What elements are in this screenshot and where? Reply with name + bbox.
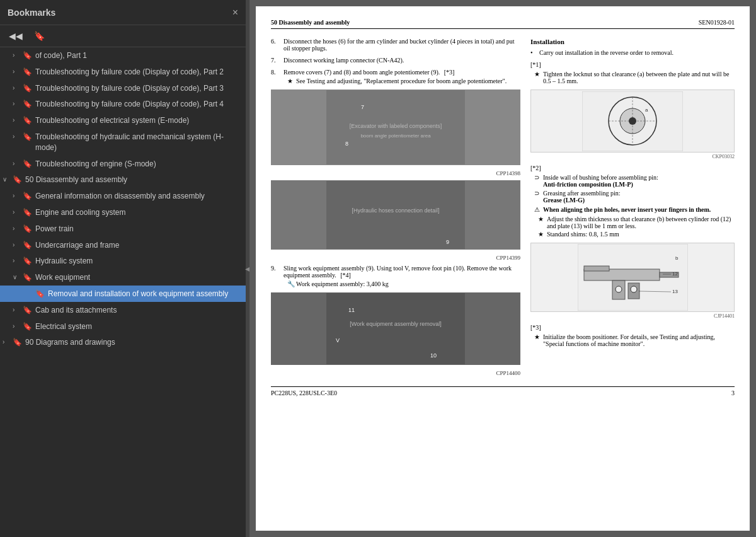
sidebar-toggle-50-disassembly[interactable]: ∨ (3, 174, 13, 184)
sidebar-item-undercarriage[interactable]: ›🔖Undercarriage and frame (0, 237, 246, 253)
sidebar-toggle-fail-code-1[interactable]: › (13, 50, 23, 60)
svg-text:boom angle potentiometer area: boom angle potentiometer area (360, 133, 431, 139)
sidebar-label-50-disassembly: 50 Disassembly and assembly (25, 174, 241, 185)
step-8-ref: [*3] (444, 69, 455, 76)
sidebar-toggle-trouble-engine[interactable]: › (13, 158, 23, 168)
hydraulic-image: [Hydraulic hoses connection detail] 9 (271, 180, 520, 250)
bookmark-icon-engine-cooling: 🔖 (23, 207, 33, 218)
sidebar-item-hydraulic-system[interactable]: ›🔖Hydraulic system (0, 253, 246, 269)
bookmark-icon-fail-code-display-3: 🔖 (23, 83, 33, 94)
content-columns: 6. Disconnect the hoses (6) for the arm … (271, 38, 735, 376)
bullet-icon: • (530, 49, 539, 56)
star-icon-8: ★ (287, 78, 296, 84)
toolbar-back-button[interactable]: ◀◀ (5, 29, 26, 43)
ref-3-text: Initialize the boom positioner. For deta… (543, 333, 735, 347)
bookmark-icon-50-disassembly: 🔖 (13, 174, 23, 185)
sidebar-toggle-engine-cooling[interactable]: › (13, 207, 23, 217)
image-cpp14400: [Work equipment assembly removal] 11 V 1… (271, 292, 520, 365)
sidebar-close-button[interactable]: × (232, 7, 238, 18)
diagram-cjp14401-svg: b 12 13 (578, 244, 688, 311)
img-caption-cpp14399: CPP14399 (271, 255, 520, 261)
sidebar-toggle-90-diagrams[interactable]: › (3, 337, 13, 347)
svg-text:7: 7 (361, 104, 364, 110)
document-page: 50 Disassembly and assembly SEN01928-01 … (256, 6, 750, 531)
installation-section: Installation • Carry out installation in… (530, 38, 735, 56)
sidebar-toggle-hydraulic-system[interactable]: › (13, 255, 23, 265)
ref-2-star-2: ★ Standard shims: 0.8, 1.5 mm (538, 231, 735, 238)
sidebar-item-general-info[interactable]: ›🔖General information on disassembly and… (0, 188, 246, 204)
sidebar-item-power-train[interactable]: ›🔖Power train (0, 221, 246, 237)
sidebar-toggle-fail-code-display-4[interactable]: › (13, 98, 23, 108)
sidebar-toggle-trouble-hydraulic[interactable]: › (13, 131, 23, 141)
sidebar-label-electrical-system: Electrical system (35, 321, 241, 332)
sidebar-toggle-undercarriage[interactable]: › (13, 240, 23, 250)
step-8-sub-text: See Testing and adjusting, "Replacement … (296, 78, 507, 84)
svg-text:[Excavator with labeled compon: [Excavator with labeled components] (350, 123, 442, 129)
image-cpp14398: [Excavator with labeled components] boom… (271, 90, 520, 165)
sidebar-toggle-removal-installation[interactable] (25, 288, 35, 289)
svg-text:[Work equipment assembly remov: [Work equipment assembly removal] (350, 321, 441, 327)
svg-text:[Hydraulic hoses connection de: [Hydraulic hoses connection detail] (352, 207, 439, 214)
sidebar-item-trouble-engine[interactable]: ›🔖Troubleshooting of engine (S-mode) (0, 156, 246, 172)
step-6-text: Disconnect the hoses (6) for the arm cyl… (284, 38, 515, 52)
step-7-content: Disconnect working lamp connector (CN-A4… (284, 57, 520, 64)
ref-2-star-text-2: Standard shims: 0.8, 1.5 mm (547, 231, 619, 238)
installation-bullet: • Carry out installation in the reverse … (530, 49, 735, 56)
ref-2-text-2: Greasing after assembling pin:Grease (LM… (543, 190, 620, 204)
sidebar-item-trouble-electrical[interactable]: ›🔖Troubleshooting of electrical system (… (0, 112, 246, 129)
sidebar-label-fail-code-display-2: Troubleshooting by failure code (Display… (35, 66, 241, 78)
diagram-cjp14401: b 12 13 (530, 243, 735, 312)
sidebar-toggle-power-train[interactable]: › (13, 223, 23, 233)
sidebar-item-trouble-hydraulic[interactable]: ›🔖Troubleshooting of hydraulic and mecha… (0, 129, 246, 156)
sidebar-label-work-equipment: Work equipment (35, 272, 241, 283)
sidebar-item-removal-installation[interactable]: 🔖Removal and installation of work equipm… (0, 286, 246, 302)
sidebar-label-undercarriage: Undercarriage and frame (35, 240, 241, 251)
sidebar-toggle-work-equipment[interactable]: ∨ (13, 272, 23, 282)
sidebar-label-power-train: Power train (35, 223, 241, 234)
excavator-image: [Excavator with labeled components] boom… (271, 90, 520, 165)
right-column: Installation • Carry out installation in… (530, 38, 735, 376)
sidebar-toggle-trouble-electrical[interactable]: › (13, 115, 23, 125)
left-column: 6. Disconnect the hoses (6) for the arm … (271, 38, 520, 376)
sidebar-toggle-cab[interactable]: › (13, 304, 23, 315)
sidebar-item-work-equipment[interactable]: ∨🔖Work equipment (0, 269, 246, 286)
work-equip-image: [Work equipment assembly removal] 11 V 1… (271, 292, 520, 365)
ref-1-text: Tighten the locknut so that clearance (a… (543, 71, 735, 84)
ref-2-star-text-1: Adjust the shim thickness so that cleara… (547, 216, 735, 229)
sidebar-label-fail-code-display-3: Troubleshooting by failure code (Display… (35, 83, 241, 94)
bookmark-icon-hydraulic-system: 🔖 (23, 255, 33, 267)
img-caption-cpp14400: CPP14400 (271, 370, 520, 376)
page-footer-model: PC228US, 228USLC-3E0 (271, 390, 337, 396)
page-footer-number: 3 (731, 390, 735, 396)
sidebar-toggle-general-info[interactable]: › (13, 190, 23, 200)
toolbar-bookmark-button[interactable]: 🔖 (30, 29, 49, 43)
sidebar-toggle-fail-code-display-3[interactable]: › (13, 83, 23, 93)
sidebar-label-fail-code-display-4: Troubleshooting by failure code (Display… (35, 98, 241, 110)
sidebar-item-electrical-system[interactable]: ›🔖Electrical system (0, 318, 246, 335)
installation-title: Installation (530, 38, 735, 45)
sidebar-item-engine-cooling[interactable]: ›🔖Engine and cooling system (0, 204, 246, 221)
bookmark-icon-trouble-hydraulic: 🔖 (23, 131, 33, 142)
step-6: 6. Disconnect the hoses (6) for the arm … (271, 38, 520, 52)
sidebar-toggle-electrical-system[interactable]: › (13, 321, 23, 331)
sidebar-item-50-disassembly[interactable]: ∨🔖50 Disassembly and assembly (0, 171, 246, 188)
sidebar-toggle-fail-code-display-2[interactable]: › (13, 66, 23, 76)
sidebar-title: Bookmarks (8, 8, 55, 18)
sidebar-item-cab[interactable]: ›🔖Cab and its attachments (0, 302, 246, 318)
sidebar-item-fail-code-display-4[interactable]: ›🔖Troubleshooting by failure code (Displ… (0, 96, 246, 112)
sidebar-header: Bookmarks × (0, 0, 246, 25)
sidebar-item-fail-code-display-2[interactable]: ›🔖Troubleshooting by failure code (Displ… (0, 64, 246, 80)
bookmark-icon-removal-installation: 🔖 (35, 288, 45, 299)
svg-rect-8 (326, 293, 465, 364)
bookmark-icon-power-train: 🔖 (23, 223, 33, 234)
sidebar-item-fail-code-1[interactable]: ›🔖of code), Part 1 (0, 47, 246, 64)
sidebar-item-fail-code-display-3[interactable]: ›🔖Troubleshooting by failure code (Displ… (0, 80, 246, 96)
star-icon-ref2a: ★ (538, 216, 547, 229)
sidebar-content[interactable]: ›🔖of code), Part 1›🔖Troubleshooting by f… (0, 47, 246, 537)
svg-rect-23 (584, 266, 609, 271)
sidebar-item-90-diagrams[interactable]: ›🔖90 Diagrams and drawings (0, 334, 246, 350)
svg-text:a: a (645, 107, 648, 113)
svg-point-27 (631, 286, 637, 292)
work-equip-svg: [Work equipment assembly removal] 11 V 1… (326, 293, 465, 364)
sidebar-label-trouble-hydraulic: Troubleshooting of hydraulic and mechani… (35, 131, 241, 153)
